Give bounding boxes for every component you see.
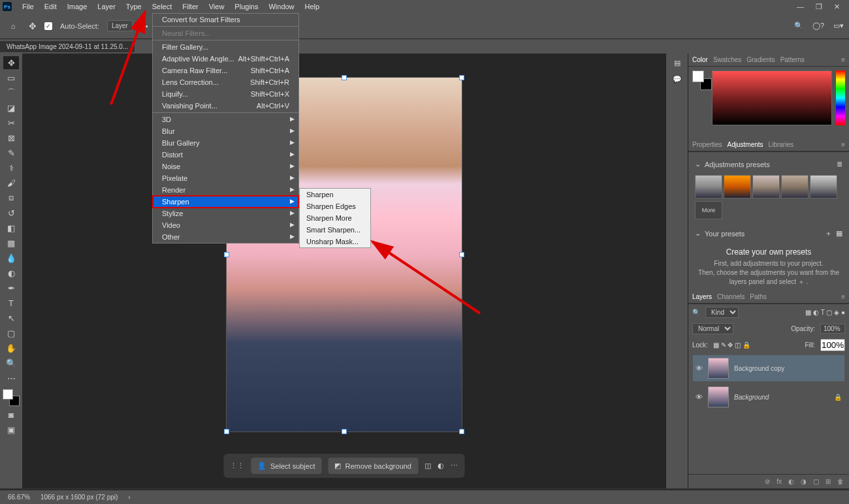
- adj-layer-icon[interactable]: ◑: [801, 478, 807, 485]
- chevron-right-icon[interactable]: ›: [128, 494, 130, 501]
- type-tool[interactable]: T: [3, 296, 19, 309]
- panel-icon[interactable]: ▤: [674, 59, 681, 67]
- menu-item-camera-raw[interactable]: Camera Raw Filter...Shift+Ctrl+A: [153, 65, 298, 76]
- tab-color[interactable]: Color: [692, 56, 708, 63]
- transform-handle[interactable]: [459, 252, 464, 257]
- menu-item-convert-smart[interactable]: Convert for Smart Filters: [153, 14, 298, 25]
- transform-handle[interactable]: [224, 429, 229, 434]
- tab-gradients[interactable]: Gradients: [746, 56, 775, 63]
- panel-menu-icon[interactable]: ≡: [841, 56, 845, 63]
- menu-item-other[interactable]: Other▶: [153, 231, 298, 243]
- marquee-tool[interactable]: ▭: [3, 71, 19, 84]
- eraser-tool[interactable]: ◧: [3, 221, 19, 234]
- workspace-icon[interactable]: ▭▾: [833, 22, 844, 30]
- menu-item-sharpen[interactable]: Sharpen▶: [153, 196, 298, 208]
- pen-tool[interactable]: ✒: [3, 281, 19, 294]
- tab-properties[interactable]: Properties: [692, 141, 722, 148]
- layer-thumbnail[interactable]: [708, 358, 729, 379]
- mask-icon[interactable]: ◐: [788, 478, 794, 485]
- tab-channels[interactable]: Channels: [717, 293, 745, 300]
- document-tab[interactable]: WhatsApp Image 2024-09-11 at 11.25.0...: [0, 41, 135, 52]
- preset-thumb[interactable]: [810, 175, 837, 198]
- new-layer-icon[interactable]: ⊞: [825, 478, 831, 485]
- list-icon[interactable]: ≣: [837, 160, 842, 168]
- fill-input[interactable]: [820, 339, 845, 351]
- lock-icons[interactable]: ▦ ✎ ✥ ◫ 🔒: [713, 341, 750, 349]
- menu-plugins[interactable]: Plugins: [229, 1, 263, 12]
- screen-mode[interactable]: ▣: [3, 423, 19, 436]
- canvas-area[interactable]: ⋮⋮ 👤 Select subject ◩ Remove background …: [22, 54, 665, 488]
- menu-window[interactable]: Window: [263, 1, 299, 12]
- menu-item-neural[interactable]: Neural Filters...: [153, 27, 298, 39]
- more-options-icon[interactable]: •••: [140, 22, 148, 30]
- menu-item-noise[interactable]: Noise▶: [153, 161, 298, 172]
- menu-item-pixelate[interactable]: Pixelate▶: [153, 172, 298, 184]
- menu-item-vanishing-point[interactable]: Vanishing Point...Alt+Ctrl+V: [153, 100, 298, 112]
- delete-icon[interactable]: 🗑: [837, 478, 844, 485]
- auto-select-checkbox[interactable]: ✓: [44, 22, 52, 30]
- comment-icon[interactable]: 💬: [673, 75, 682, 84]
- color-fgbg[interactable]: [692, 71, 708, 86]
- group-icon[interactable]: ▢: [813, 478, 819, 485]
- submenu-unsharp-mask[interactable]: Unsharp Mask...: [300, 236, 370, 247]
- edit-toolbar[interactable]: ⋯: [3, 371, 19, 385]
- zoom-level[interactable]: 66.67%: [8, 494, 30, 501]
- layer-kind-filter[interactable]: Kind: [705, 307, 739, 318]
- fg-bg-colors[interactable]: [3, 389, 20, 406]
- menu-item-liquify[interactable]: Liquify...Shift+Ctrl+X: [153, 88, 298, 100]
- preset-thumb[interactable]: [781, 175, 809, 198]
- preset-thumb[interactable]: [752, 175, 780, 198]
- transform-handle[interactable]: [224, 252, 229, 257]
- menu-item-distort[interactable]: Distort▶: [153, 149, 298, 161]
- layer-row[interactable]: 👁 Background 🔒: [692, 383, 845, 411]
- drag-handle-icon[interactable]: ⋮⋮: [230, 462, 244, 470]
- menu-item-filter-gallery[interactable]: Filter Gallery...: [153, 41, 298, 53]
- visibility-icon[interactable]: 👁: [696, 364, 703, 372]
- opacity-input[interactable]: [820, 324, 845, 334]
- menu-item-stylize[interactable]: Stylize▶: [153, 208, 298, 219]
- menu-help[interactable]: Help: [300, 1, 325, 12]
- more-presets-button[interactable]: More: [695, 201, 722, 219]
- menu-item-adaptive-wide-angle[interactable]: Adaptive Wide Angle...Alt+Shift+Ctrl+A: [153, 53, 298, 65]
- transform-handle[interactable]: [342, 75, 347, 80]
- menu-item-3d[interactable]: 3D▶: [153, 114, 298, 125]
- menu-filter[interactable]: Filter: [177, 1, 203, 12]
- menu-select[interactable]: Select: [147, 1, 178, 12]
- layer-name[interactable]: Background copy: [734, 365, 784, 372]
- submenu-smart-sharpen[interactable]: Smart Sharpen...: [300, 224, 370, 236]
- menu-item-render[interactable]: Render▶: [153, 184, 298, 196]
- object-select-tool[interactable]: ◪: [3, 101, 19, 114]
- lasso-tool[interactable]: ⌒: [3, 86, 19, 99]
- blur-tool[interactable]: 💧: [3, 251, 19, 264]
- help-icon[interactable]: ◯?: [812, 22, 824, 30]
- gradient-tool[interactable]: ▦: [3, 236, 19, 249]
- search-icon[interactable]: 🔍: [794, 22, 803, 30]
- add-icon[interactable]: ＋: [825, 228, 832, 238]
- more-icon[interactable]: ⋯: [451, 462, 458, 470]
- move-tool[interactable]: ✥: [3, 56, 19, 69]
- panel-menu-icon[interactable]: ≡: [841, 293, 845, 300]
- menu-file[interactable]: File: [17, 1, 39, 12]
- maximize-icon[interactable]: ❐: [816, 3, 822, 11]
- tab-paths[interactable]: Paths: [750, 293, 767, 300]
- submenu-sharpen-more[interactable]: Sharpen More: [300, 212, 370, 224]
- minimize-icon[interactable]: —: [797, 3, 804, 11]
- submenu-sharpen-edges[interactable]: Sharpen Edges: [300, 200, 370, 212]
- select-subject-button[interactable]: 👤 Select subject: [251, 458, 321, 474]
- tab-patterns[interactable]: Patterns: [780, 56, 805, 63]
- layer-thumbnail[interactable]: [708, 386, 729, 407]
- tab-libraries[interactable]: Libraries: [769, 141, 793, 148]
- close-icon[interactable]: ✕: [834, 3, 840, 11]
- visibility-icon[interactable]: 👁: [696, 393, 703, 401]
- move-tool-icon[interactable]: ✥: [29, 21, 37, 31]
- preset-thumb[interactable]: [695, 175, 722, 198]
- menu-item-blur[interactable]: Blur▶: [153, 125, 298, 137]
- layer-row[interactable]: 👁 Background copy: [692, 354, 845, 382]
- healing-tool[interactable]: ⚕: [3, 161, 19, 174]
- crop-tool[interactable]: ✂: [3, 116, 19, 129]
- transform-handle[interactable]: [459, 75, 464, 80]
- color-picker-box[interactable]: [712, 71, 832, 125]
- submenu-sharpen[interactable]: Sharpen: [300, 189, 370, 200]
- transform-handle[interactable]: [459, 429, 464, 434]
- path-select-tool[interactable]: ↖: [3, 311, 19, 324]
